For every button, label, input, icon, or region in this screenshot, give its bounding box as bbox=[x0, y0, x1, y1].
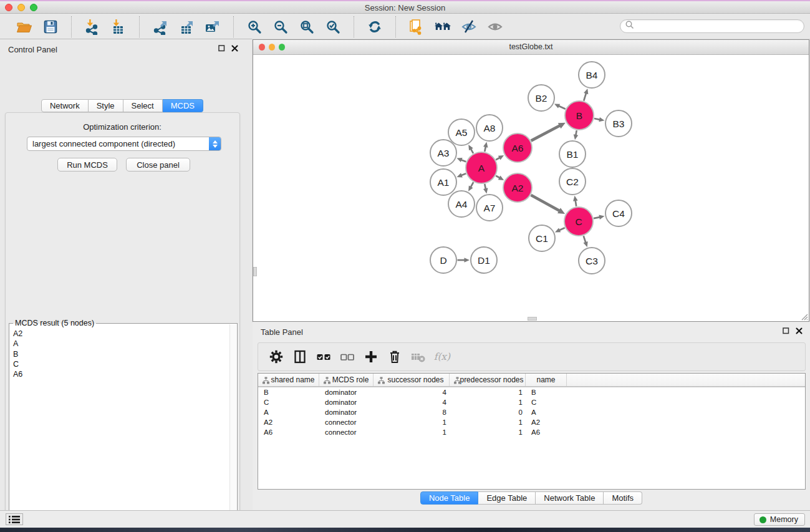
resize-grip-icon[interactable] bbox=[800, 312, 808, 321]
graph-node-A3[interactable]: A3 bbox=[430, 140, 456, 166]
deselect-all-rows-button[interactable] bbox=[338, 347, 356, 366]
zoom-fit-content-button[interactable] bbox=[294, 17, 320, 37]
graph-node-C[interactable]: C bbox=[564, 207, 593, 236]
refresh-network-view-button[interactable] bbox=[362, 17, 388, 37]
tab-mcds[interactable]: MCDS bbox=[163, 99, 203, 112]
graph-node-B2[interactable]: B2 bbox=[528, 85, 554, 111]
edge-A6-B[interactable] bbox=[531, 123, 566, 141]
graph-node-A4[interactable]: A4 bbox=[448, 191, 475, 217]
export-table-button[interactable] bbox=[173, 17, 200, 37]
graph-node-D1[interactable]: D1 bbox=[471, 247, 497, 273]
cell-shared-name: A6 bbox=[258, 428, 319, 436]
float-panel-icon[interactable] bbox=[218, 44, 225, 52]
edge-B-B4[interactable] bbox=[584, 89, 588, 101]
graph-node-A6[interactable]: A6 bbox=[503, 133, 532, 162]
column-header-MCDS-role[interactable]: MCDS role bbox=[319, 374, 374, 386]
tab-motifs[interactable]: Motifs bbox=[604, 491, 642, 505]
criterion-dropdown[interactable]: largest connected component (directed) bbox=[27, 137, 221, 151]
run-mcds-button[interactable]: Run MCDS bbox=[57, 158, 117, 172]
tab-style[interactable]: Style bbox=[89, 99, 123, 112]
edge-C-C2[interactable] bbox=[573, 196, 578, 206]
edge-D-D1[interactable] bbox=[458, 258, 470, 263]
graph-node-A7[interactable]: A7 bbox=[476, 195, 503, 221]
result-list-scrollbar[interactable] bbox=[229, 324, 236, 532]
edge-A-A8[interactable] bbox=[483, 142, 488, 152]
edge-C-C1[interactable] bbox=[555, 228, 565, 232]
tab-edge-table[interactable]: Edge Table bbox=[478, 491, 536, 505]
search-input[interactable] bbox=[637, 21, 804, 31]
graph-node-B[interactable]: B bbox=[565, 101, 594, 130]
edge-A-A7[interactable] bbox=[483, 184, 488, 193]
task-history-button[interactable] bbox=[6, 513, 23, 525]
export-image-button[interactable] bbox=[200, 17, 226, 37]
tab-network[interactable]: Network bbox=[41, 99, 89, 112]
export-network-button[interactable] bbox=[147, 17, 173, 37]
graph-node-B3[interactable]: B3 bbox=[605, 110, 632, 137]
column-header-name[interactable]: name bbox=[526, 374, 567, 386]
open-file-button[interactable] bbox=[11, 17, 37, 37]
graph-node-C1[interactable]: C1 bbox=[529, 225, 555, 251]
column-header-successor-nodes[interactable]: successor nodes bbox=[374, 374, 450, 386]
import-network-from-file-button[interactable] bbox=[79, 17, 105, 37]
tab-select[interactable]: Select bbox=[123, 99, 163, 112]
search-box[interactable] bbox=[620, 19, 804, 33]
table-row[interactable]: Bdominator41B bbox=[258, 387, 805, 397]
column-header-shared-name[interactable]: shared name bbox=[258, 374, 319, 386]
close-panel-icon[interactable] bbox=[795, 327, 803, 334]
import-table-from-file-button[interactable] bbox=[105, 17, 132, 37]
zoom-selected-button[interactable] bbox=[320, 17, 346, 37]
table-row[interactable]: Cdominator41C bbox=[258, 397, 805, 407]
table-row[interactable]: Adominator80A bbox=[258, 407, 805, 417]
close-panel-button[interactable]: Close panel bbox=[126, 158, 190, 172]
edge-C-C4[interactable] bbox=[594, 215, 604, 220]
edge-A-A1[interactable] bbox=[457, 173, 466, 177]
select-all-rows-button[interactable] bbox=[314, 347, 332, 366]
zoom-out-button[interactable] bbox=[268, 17, 294, 37]
edge-A-A4[interactable] bbox=[468, 182, 473, 191]
close-panel-icon[interactable] bbox=[231, 44, 238, 52]
mcds-result-list[interactable]: A2ABCA6 bbox=[9, 326, 229, 532]
edge-B-B2[interactable] bbox=[554, 104, 566, 109]
graph-node-A5[interactable]: A5 bbox=[448, 119, 475, 145]
graph-node-B4[interactable]: B4 bbox=[579, 62, 605, 88]
delete-columns-button[interactable] bbox=[385, 347, 403, 366]
edge-C-C3[interactable] bbox=[583, 236, 587, 247]
edge-A-A5[interactable] bbox=[468, 145, 473, 153]
memory-button[interactable]: Memory bbox=[754, 513, 805, 526]
graph-node-A1[interactable]: A1 bbox=[430, 169, 456, 195]
table-row[interactable]: A6connector11A6 bbox=[258, 427, 805, 437]
column-settings-button[interactable] bbox=[267, 347, 285, 366]
home-button[interactable] bbox=[430, 17, 456, 37]
graph-node-A2[interactable]: A2 bbox=[503, 173, 532, 202]
edge-B-B1[interactable] bbox=[574, 130, 578, 140]
edge-A-A2[interactable] bbox=[496, 175, 504, 180]
save-session-button[interactable] bbox=[37, 17, 64, 37]
canvas-horizontal-scrollbar[interactable] bbox=[528, 317, 537, 321]
create-new-column-button[interactable] bbox=[362, 347, 380, 366]
table-row[interactable]: A2connector11A2 bbox=[258, 417, 805, 427]
graph-node-C2[interactable]: C2 bbox=[559, 168, 586, 195]
graph-node-D[interactable]: D bbox=[430, 247, 456, 273]
zoom-in-button[interactable] bbox=[241, 17, 268, 37]
toggle-bird-eye-view-button[interactable] bbox=[482, 17, 508, 37]
tab-node-table[interactable]: Node Table bbox=[420, 491, 479, 505]
edge-B-B3[interactable] bbox=[594, 117, 604, 122]
table-header-row: shared nameMCDS rolesuccessor nodesprede… bbox=[258, 374, 805, 387]
graph-node-A8[interactable]: A8 bbox=[476, 115, 503, 141]
canvas-vertical-scrollbar[interactable] bbox=[253, 267, 257, 276]
edge-A-A6[interactable] bbox=[496, 155, 504, 160]
show-hide-columns-button[interactable] bbox=[291, 347, 309, 366]
edge-A-A3[interactable] bbox=[456, 158, 466, 162]
graph-node-C3[interactable]: C3 bbox=[579, 248, 605, 274]
graph-node-A[interactable]: A bbox=[466, 152, 497, 183]
float-panel-icon[interactable] bbox=[782, 327, 789, 334]
tab-network-table[interactable]: Network Table bbox=[536, 491, 604, 505]
new-network-from-selection-button[interactable] bbox=[403, 17, 430, 37]
graph-node-C4[interactable]: C4 bbox=[605, 200, 632, 226]
graph-node-B1[interactable]: B1 bbox=[559, 141, 586, 167]
edge-A2-C[interactable] bbox=[531, 195, 565, 214]
network-canvas[interactable]: B4B2BB3A5A8A6B1A3AA1A2C2A4A7CC1C4C3DD1 bbox=[253, 55, 809, 321]
column-header-predecessor-nodes[interactable]: predecessor nodes bbox=[450, 374, 526, 386]
hide-graphics-details-button[interactable] bbox=[456, 17, 482, 37]
result-item: B bbox=[13, 349, 229, 359]
